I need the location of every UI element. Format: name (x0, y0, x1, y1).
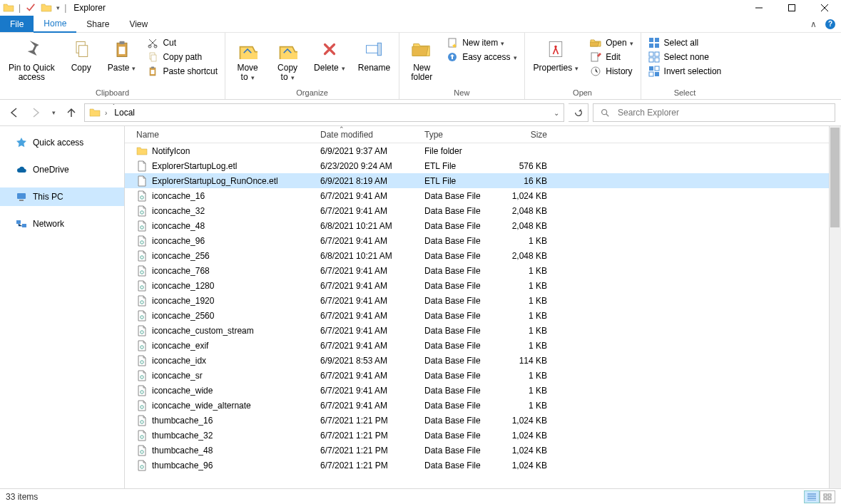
star-icon (16, 137, 27, 148)
select-all-button[interactable]: Select all (646, 36, 725, 49)
move-to-button[interactable]: Move to (230, 35, 265, 83)
file-type: Data Base File (419, 341, 501, 351)
file-row[interactable]: iconcache_966/7/2021 9:41 AMData Base Fi… (125, 233, 841, 248)
copy-path-button[interactable]: Copy path (144, 51, 220, 63)
help-button[interactable]: ? (825, 19, 835, 29)
file-rows: NotifyIcon6/9/2021 9:37 AMFile folderExp… (125, 143, 841, 488)
address-dropdown[interactable]: ⌄ (549, 109, 564, 117)
tab-file[interactable]: File (0, 16, 34, 32)
file-row[interactable]: ExplorerStartupLog.etl6/23/2020 9:24 AME… (125, 158, 841, 173)
vertical-scrollbar[interactable] (829, 126, 841, 488)
breadcrumb-segment[interactable]: Local (110, 108, 175, 118)
file-row[interactable]: ExplorerStartupLog_RunOnce.etl6/9/2021 8… (125, 173, 841, 188)
collapse-ribbon-button[interactable]: ∧ (810, 19, 817, 29)
tab-home[interactable]: Home (34, 16, 76, 33)
folder-icon[interactable] (41, 2, 52, 14)
chevron-right-icon[interactable]: › (110, 103, 118, 107)
refresh-button[interactable] (569, 103, 588, 122)
scrollbar-thumb[interactable] (830, 128, 840, 227)
paste-button[interactable]: Paste (103, 35, 141, 73)
cut-button[interactable]: Cut (144, 36, 220, 49)
tab-view[interactable]: View (119, 16, 158, 32)
large-icons-view-button[interactable] (820, 490, 835, 503)
tree-onedrive[interactable]: OneDrive (0, 160, 124, 179)
file-row[interactable]: iconcache_25606/7/2021 9:41 AMData Base … (125, 308, 841, 323)
file-row[interactable]: thumbcache_966/7/2021 1:21 PMData Base F… (125, 458, 841, 473)
col-name[interactable]: Name (131, 130, 315, 140)
file-row[interactable]: iconcache_2566/8/2021 10:21 AMData Base … (125, 248, 841, 263)
details-view-button[interactable] (804, 490, 820, 503)
file-date: 6/7/2021 9:41 AM (315, 266, 419, 276)
file-row[interactable]: iconcache_sr6/7/2021 9:41 AMData Base Fi… (125, 368, 841, 383)
db-icon (136, 460, 148, 471)
up-button[interactable] (63, 104, 80, 121)
file-row[interactable]: iconcache_idx6/9/2021 8:53 AMData Base F… (125, 353, 841, 368)
db-icon (136, 250, 148, 262)
minimize-button[interactable] (743, 0, 775, 16)
delete-button[interactable]: Delete (310, 35, 350, 73)
file-row[interactable]: iconcache_166/7/2021 9:41 AMData Base Fi… (125, 188, 841, 203)
properties-check-icon[interactable] (25, 2, 36, 14)
new-item-button[interactable]: New item (444, 36, 519, 49)
file-name: thumbcache_48 (152, 446, 213, 456)
col-type[interactable]: Type (419, 130, 501, 140)
paste-shortcut-button[interactable]: Paste shortcut (144, 65, 220, 78)
chevron-right-icon[interactable]: › (102, 109, 110, 117)
file-size: 2,048 KB (501, 251, 553, 261)
file-size: 1 KB (501, 296, 553, 306)
file-type: Data Base File (419, 461, 501, 470)
svg-rect-35 (828, 494, 831, 496)
invert-selection-button[interactable]: Invert selection (646, 65, 725, 78)
edit-button[interactable]: Edit (587, 51, 636, 63)
file-row[interactable]: NotifyIcon6/9/2021 9:37 AMFile folder (125, 143, 841, 158)
file-row[interactable]: thumbcache_166/7/2021 1:21 PMData Base F… (125, 413, 841, 428)
col-date[interactable]: Date modified (315, 130, 419, 140)
file-row[interactable]: iconcache_19206/7/2021 9:41 AMData Base … (125, 293, 841, 308)
pin-to-quick-access-button[interactable]: Pin to Quick access (4, 35, 59, 82)
tab-share[interactable]: Share (76, 16, 119, 32)
col-size[interactable]: Size (501, 130, 553, 140)
file-row[interactable]: iconcache_12806/7/2021 9:41 AMData Base … (125, 278, 841, 293)
maximize-button[interactable] (775, 0, 808, 16)
copy-button[interactable]: Copy (63, 35, 99, 73)
file-row[interactable]: thumbcache_486/7/2021 1:21 PMData Base F… (125, 443, 841, 458)
file-row[interactable]: iconcache_wide6/7/2021 9:41 AMData Base … (125, 383, 841, 398)
file-size: 1 KB (501, 341, 553, 351)
open-button[interactable]: Open (587, 36, 636, 49)
tree-quick-access[interactable]: Quick access (0, 133, 124, 152)
search-box[interactable]: Search Explorer (593, 103, 835, 122)
chevron-right-icon[interactable]: › (110, 119, 118, 122)
forward-button[interactable] (27, 104, 44, 121)
file-type: Data Base File (419, 281, 501, 291)
file-size: 1 KB (501, 386, 553, 396)
tree-this-pc[interactable]: This PC (0, 187, 124, 206)
copy-to-button[interactable]: Copy to (270, 35, 305, 83)
file-row[interactable]: iconcache_486/8/2021 10:21 AMData Base F… (125, 218, 841, 233)
qat-divider: | (19, 3, 21, 13)
title-bar: | ▾ | Explorer (0, 0, 841, 16)
new-folder-button[interactable]: New folder (404, 35, 439, 82)
rename-button[interactable]: Rename (354, 35, 394, 73)
file-row[interactable]: iconcache_custom_stream6/7/2021 9:41 AMD… (125, 323, 841, 338)
history-button[interactable]: History (587, 65, 636, 78)
properties-button[interactable]: Properties (529, 35, 583, 73)
easy-access-button[interactable]: Easy access (444, 51, 519, 63)
file-date: 6/7/2021 9:41 AM (315, 296, 419, 306)
qat-dropdown[interactable]: ▾ (56, 4, 60, 11)
back-button[interactable] (6, 104, 23, 121)
file-row[interactable]: iconcache_exif6/7/2021 9:41 AMData Base … (125, 338, 841, 353)
file-row[interactable]: thumbcache_326/7/2021 1:21 PMData Base F… (125, 428, 841, 443)
db-icon (136, 280, 148, 292)
recent-locations-button[interactable]: ▾ (49, 104, 58, 121)
group-label: Organize (230, 87, 394, 99)
file-row[interactable]: iconcache_7686/7/2021 9:41 AMData Base F… (125, 263, 841, 278)
close-button[interactable] (808, 0, 841, 16)
address-bar[interactable]: › Local Disk (C:)›Users››AppData›Local›M… (84, 103, 564, 122)
file-size: 1,024 KB (501, 191, 553, 201)
file-row[interactable]: iconcache_wide_alternate6/7/2021 9:41 AM… (125, 398, 841, 413)
tree-network[interactable]: Network (0, 215, 124, 233)
file-icon (136, 175, 148, 187)
file-row[interactable]: iconcache_326/7/2021 9:41 AMData Base Fi… (125, 203, 841, 218)
file-type: Data Base File (419, 206, 501, 216)
select-none-button[interactable]: Select none (646, 51, 725, 63)
